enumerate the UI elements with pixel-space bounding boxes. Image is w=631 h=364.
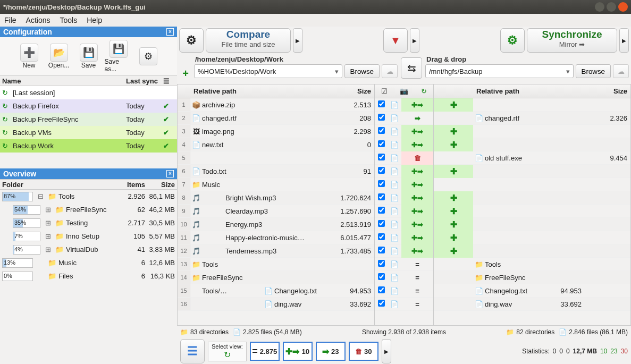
menu-help[interactable]: Help — [87, 16, 102, 24]
right-cloud-button[interactable]: ☁ — [613, 64, 629, 78]
config-col-name[interactable]: Name — [0, 77, 126, 85]
row-checkbox[interactable] — [378, 247, 385, 253]
left-grid-row[interactable]: 7📁 Music — [178, 178, 374, 191]
view-equal-button[interactable]: = 2.875 — [250, 342, 280, 361]
left-cloud-button[interactable]: ☁ — [382, 64, 398, 78]
right-path-input[interactable]: /mnt/hgfs/Backup▾ — [425, 64, 574, 78]
filter-dropdown-icon[interactable]: ▶ — [410, 28, 419, 53]
open-button[interactable]: 📂Open... — [45, 44, 73, 69]
right-grid-row[interactable]: 📄Changelog.txt94.953 — [434, 284, 630, 298]
swap-sides-button[interactable]: ⇆ — [401, 57, 422, 79]
view-list-button[interactable]: ☰ — [180, 339, 205, 363]
add-folder-pair-button[interactable]: + — [179, 67, 192, 80]
left-grid-row[interactable]: 14📁 FreeFileSync — [178, 271, 374, 284]
mid-col-check-icon[interactable]: ☑ — [381, 87, 388, 95]
overview-row[interactable]: 7% ⊞📁 Inno Setup1055,57 MB — [0, 230, 177, 243]
mid-action-row[interactable]: 📄 🗑 — [375, 151, 433, 165]
row-checkbox[interactable] — [378, 220, 385, 227]
right-grid-row[interactable]: ✚ — [434, 191, 630, 205]
left-grid-row[interactable]: 12🎵 Tenderness.mp3 1.733.485 — [178, 244, 374, 258]
save-as-button[interactable]: 💾Save as... — [105, 40, 132, 73]
left-grid-row[interactable]: 9🎵 Clearday.mp3 1.257.690 — [178, 205, 374, 218]
row-checkbox[interactable] — [378, 260, 385, 267]
row-checkbox[interactable] — [378, 233, 385, 240]
maximize-icon[interactable] — [607, 2, 616, 12]
right-grid-row[interactable]: 📄ding.wav33.692 — [434, 298, 630, 311]
overview-col-folder[interactable]: Folder — [0, 181, 119, 189]
compare-button[interactable]: Compare File time and size — [206, 28, 291, 53]
config-col-lastsync[interactable]: Last sync — [126, 77, 163, 85]
mid-action-row[interactable]: 📄 ✚➡ — [375, 138, 433, 151]
row-checkbox[interactable] — [378, 140, 385, 147]
right-grid-row[interactable]: ✚ — [434, 231, 630, 244]
synchronize-button[interactable]: Synchronize Mirror ➡ — [527, 28, 617, 53]
mid-action-row[interactable]: 📄 ✚➡ — [375, 191, 433, 205]
view-update-button[interactable]: ➡ 23 — [316, 342, 346, 361]
mid-action-row[interactable]: 📄 ✚➡ — [375, 178, 433, 191]
left-grid-row[interactable]: 11🎵 Happy-electronic-music… 6.015.477 — [178, 231, 374, 244]
mid-action-row[interactable]: 📄 = — [375, 258, 433, 271]
row-checkbox[interactable] — [378, 100, 385, 107]
right-grid-row[interactable]: ✚ — [434, 205, 630, 218]
config-row-vms[interactable]: ↻Backup VMsToday✔ — [0, 126, 177, 139]
row-checkbox[interactable] — [378, 207, 385, 214]
left-path-input[interactable]: %HOME%/Desktop/Work▾ — [194, 64, 342, 78]
left-grid-row[interactable]: 13📁 Tools — [178, 258, 374, 271]
left-grid-row[interactable]: 10🎵 Energy.mp3 2.513.919 — [178, 218, 374, 231]
overview-row[interactable]: 13% 📁 Music612,6 MB — [0, 256, 177, 269]
compare-settings-button[interactable]: ⚙ — [179, 28, 204, 53]
config-row-work[interactable]: ↻Backup WorkToday✔ — [0, 139, 177, 153]
config-close-icon[interactable]: × — [166, 28, 174, 36]
compare-dropdown-icon[interactable]: ▶ — [293, 28, 302, 53]
mid-action-row[interactable]: 📄 ✚➡ — [375, 165, 433, 178]
mid-action-row[interactable]: 📄 ➡ — [375, 112, 433, 125]
config-row-freefilesync[interactable]: ↻Backup FreeFileSyncToday✔ — [0, 113, 177, 126]
row-checkbox[interactable] — [378, 286, 385, 293]
right-grid-row[interactable]: 📄changed.rtf2.326 — [434, 112, 630, 125]
mid-action-row[interactable]: 📄 ✚➡ — [375, 125, 433, 138]
overview-col-items[interactable]: Items — [119, 181, 145, 189]
mid-action-row[interactable]: 📄 ✚➡ — [375, 205, 433, 218]
right-grid-row[interactable]: ✚ — [434, 98, 630, 112]
view-more-icon[interactable]: ▶ — [382, 339, 391, 363]
left-grid-row[interactable]: 2📄 changed.rtf 208 — [178, 112, 374, 125]
right-grid-row[interactable]: ✚ — [434, 125, 630, 138]
overview-row[interactable]: 54% ⊞📁 FreeFileSync6246,2 MB — [0, 203, 177, 216]
left-grid-row[interactable]: 6📄 Todo.txt 91 — [178, 165, 374, 178]
right-col-relpath[interactable]: Relative path — [473, 87, 599, 95]
close-icon[interactable] — [618, 2, 628, 12]
sync-settings-button[interactable]: ⚙ — [500, 28, 525, 53]
left-grid-row[interactable]: 8🎵 Bright Wish.mp3 1.720.624 — [178, 191, 374, 205]
config-row-firefox[interactable]: ↻Backup FirefoxToday✔ — [0, 99, 177, 113]
left-col-size[interactable]: Size — [342, 87, 374, 95]
minimize-icon[interactable] — [595, 2, 604, 12]
row-checkbox[interactable] — [378, 167, 385, 174]
row-checkbox[interactable] — [378, 127, 385, 134]
overview-close-icon[interactable]: × — [166, 170, 174, 177]
left-grid-row[interactable]: 3🖼 image.png 2.298 — [178, 125, 374, 138]
left-grid-row[interactable]: 5 — [178, 151, 374, 165]
overview-row[interactable]: 87% ⊟📁 Tools2.92686,1 MB — [0, 190, 177, 203]
mid-action-row[interactable]: 📄 = — [375, 284, 433, 298]
mid-action-row[interactable]: 📄 ✚➡ — [375, 244, 433, 258]
right-col-size[interactable]: Size — [599, 87, 630, 95]
mid-action-row[interactable]: 📄 = — [375, 298, 433, 311]
right-browse-button[interactable]: Browse — [576, 64, 611, 78]
mid-action-row[interactable]: 📄 ✚➡ — [375, 231, 433, 244]
left-grid-row[interactable]: 1📦 archive.zip 2.513 — [178, 98, 374, 112]
row-checkbox[interactable] — [378, 180, 385, 187]
right-grid-row[interactable]: 📄old stuff.exe9.454 — [434, 151, 630, 165]
save-batch-button[interactable]: ⚙ — [134, 47, 162, 65]
left-grid-row[interactable]: 4📄 new.txt 0 — [178, 138, 374, 151]
overview-col-size[interactable]: Size — [145, 181, 177, 189]
filter-button[interactable]: ▼ — [383, 28, 408, 53]
row-checkbox[interactable] — [378, 300, 385, 307]
menu-tools[interactable]: Tools — [60, 16, 77, 24]
right-grid-row[interactable]: ✚ — [434, 244, 630, 258]
row-checkbox[interactable] — [378, 114, 385, 121]
left-grid-row[interactable]: 16 📄ding.wav33.692 — [178, 298, 374, 311]
new-button[interactable]: ➕New — [15, 44, 43, 69]
overview-row[interactable]: 0% 📁 Files616,3 KB — [0, 269, 177, 283]
mid-col-category-icon[interactable]: 📷 — [400, 87, 408, 95]
save-button[interactable]: 💾Save — [75, 44, 103, 69]
